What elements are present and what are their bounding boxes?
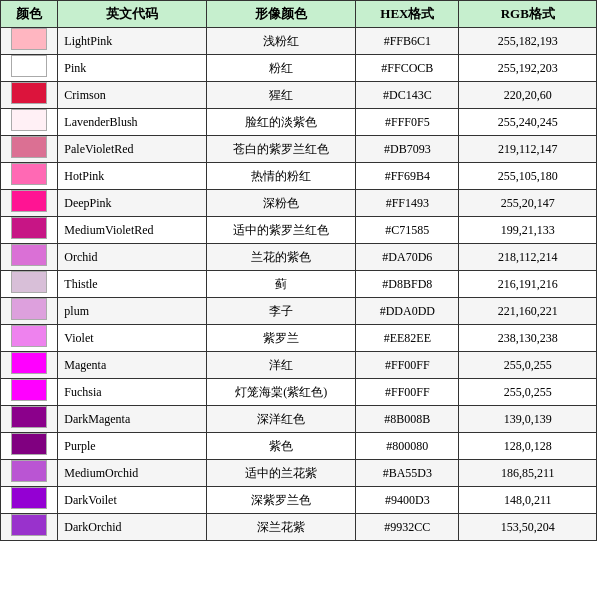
color-name: LightPink [58,28,207,55]
color-swatch [11,82,47,104]
color-hex: #9932CC [356,514,459,541]
table-row: DarkMagenta深洋红色#8B008B139,0,139 [1,406,597,433]
column-header: 颜色 [1,1,58,28]
table-row: Pink粉红#FFCOCB255,192,203 [1,55,597,82]
color-hex: #FFB6C1 [356,28,459,55]
color-zh-name: 紫罗兰 [207,325,356,352]
color-rgb: 139,0,139 [459,406,597,433]
color-swatch [11,190,47,212]
color-hex: #DDA0DD [356,298,459,325]
color-rgb: 255,182,193 [459,28,597,55]
color-swatch [11,163,47,185]
color-swatch-cell [1,82,58,109]
color-hex: #FF00FF [356,352,459,379]
color-name: Orchid [58,244,207,271]
color-swatch [11,379,47,401]
color-zh-name: 蓟 [207,271,356,298]
color-swatch-cell [1,487,58,514]
color-name: Magenta [58,352,207,379]
color-zh-name: 兰花的紫色 [207,244,356,271]
table-row: MediumVioletRed适中的紫罗兰红色#C71585199,21,133 [1,217,597,244]
color-zh-name: 苍白的紫罗兰红色 [207,136,356,163]
color-swatch [11,298,47,320]
color-hex: #DC143C [356,82,459,109]
color-swatch [11,514,47,536]
color-swatch [11,433,47,455]
color-name: Thistle [58,271,207,298]
color-zh-name: 深粉色 [207,190,356,217]
color-hex: #FFCOCB [356,55,459,82]
color-rgb: 216,191,216 [459,271,597,298]
color-swatch-cell [1,514,58,541]
color-hex: #FF69B4 [356,163,459,190]
color-zh-name: 灯笼海棠(紫红色) [207,379,356,406]
color-swatch [11,406,47,428]
color-name: PaleVioletRed [58,136,207,163]
color-zh-name: 深紫罗兰色 [207,487,356,514]
color-hex: #FF00FF [356,379,459,406]
color-swatch [11,244,47,266]
color-swatch [11,325,47,347]
color-name: HotPink [58,163,207,190]
color-zh-name: 李子 [207,298,356,325]
color-name: Fuchsia [58,379,207,406]
color-rgb: 148,0,211 [459,487,597,514]
color-swatch [11,487,47,509]
table-row: LightPink浅粉红#FFB6C1255,182,193 [1,28,597,55]
color-swatch-cell [1,379,58,406]
column-header: RGB格式 [459,1,597,28]
color-swatch-cell [1,217,58,244]
color-hex: #EE82EE [356,325,459,352]
color-rgb: 218,112,214 [459,244,597,271]
column-header: HEX格式 [356,1,459,28]
color-swatch-cell [1,406,58,433]
color-zh-name: 洋红 [207,352,356,379]
color-swatch [11,460,47,482]
color-name: plum [58,298,207,325]
color-zh-name: 适中的兰花紫 [207,460,356,487]
color-rgb: 220,20,60 [459,82,597,109]
color-rgb: 255,0,255 [459,352,597,379]
table-row: Violet紫罗兰#EE82EE238,130,238 [1,325,597,352]
color-swatch [11,271,47,293]
color-swatch-cell [1,163,58,190]
color-swatch-cell [1,433,58,460]
color-name: Pink [58,55,207,82]
table-row: LavenderBlush脸红的淡紫色#FFF0F5255,240,245 [1,109,597,136]
color-swatch-cell [1,55,58,82]
color-hex: #FFF0F5 [356,109,459,136]
color-hex: #DB7093 [356,136,459,163]
color-name: DarkVoilet [58,487,207,514]
color-swatch [11,217,47,239]
color-swatch-cell [1,190,58,217]
column-header: 形像颜色 [207,1,356,28]
table-row: plum李子#DDA0DD221,160,221 [1,298,597,325]
color-name: DarkMagenta [58,406,207,433]
color-rgb: 219,112,147 [459,136,597,163]
color-hex: #BA55D3 [356,460,459,487]
table-row: Magenta洋红#FF00FF255,0,255 [1,352,597,379]
color-hex: #9400D3 [356,487,459,514]
color-rgb: 255,240,245 [459,109,597,136]
color-zh-name: 粉红 [207,55,356,82]
color-rgb: 186,85,211 [459,460,597,487]
color-rgb: 128,0,128 [459,433,597,460]
color-zh-name: 深兰花紫 [207,514,356,541]
table-row: DarkOrchid深兰花紫#9932CC153,50,204 [1,514,597,541]
color-swatch-cell [1,136,58,163]
color-zh-name: 紫色 [207,433,356,460]
color-swatch-cell [1,244,58,271]
color-zh-name: 适中的紫罗兰红色 [207,217,356,244]
color-rgb: 255,20,147 [459,190,597,217]
color-swatch-cell [1,460,58,487]
color-name: LavenderBlush [58,109,207,136]
color-swatch-cell [1,325,58,352]
color-swatch-cell [1,352,58,379]
color-name: DeepPink [58,190,207,217]
color-name: Purple [58,433,207,460]
table-row: Thistle蓟#D8BFD8216,191,216 [1,271,597,298]
color-name: Violet [58,325,207,352]
color-hex: #C71585 [356,217,459,244]
color-swatch [11,55,47,77]
color-zh-name: 深洋红色 [207,406,356,433]
